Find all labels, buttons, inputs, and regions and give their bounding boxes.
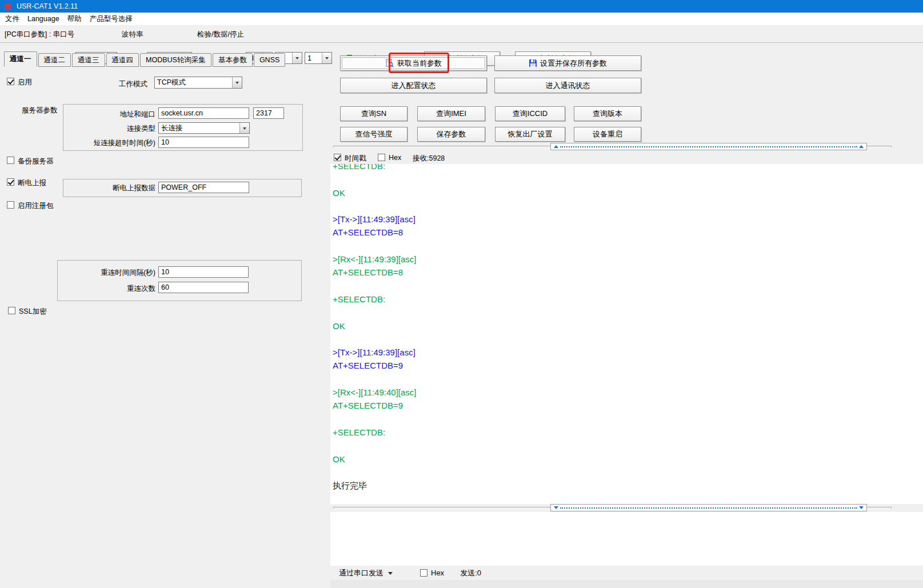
slider-marker-icon xyxy=(554,145,558,148)
log-line: +SELECTDB: xyxy=(333,293,923,306)
register-pack-label[interactable]: 启用注册包 xyxy=(18,201,54,211)
conn-type-label: 连接类型 xyxy=(86,124,155,134)
pc-serial-label: [PC串口参数] : 串口号 xyxy=(5,30,74,39)
log-line: >[Rx<-][11:49:40][asc] xyxy=(333,386,923,399)
conn-type-select[interactable]: 长连接 xyxy=(158,122,250,134)
enable-label[interactable]: 启用 xyxy=(18,78,32,87)
send-hex-checkbox[interactable] xyxy=(420,569,427,577)
slider-marker-icon xyxy=(554,506,558,509)
log-line: +SELECTDB: xyxy=(333,164,923,173)
chevron-down-icon[interactable] xyxy=(239,123,249,133)
log-line: 执行完毕 xyxy=(333,479,923,492)
send-hex-label[interactable]: Hex xyxy=(431,569,444,577)
short-timeout-input[interactable]: 10 xyxy=(158,137,249,148)
stopbits-select[interactable]: 1 xyxy=(305,52,332,64)
work-mode-label: 工作模式 xyxy=(119,79,147,89)
window-bottom-strip xyxy=(330,580,923,588)
log-line: >[Rx<-][11:49:39][asc] xyxy=(333,253,923,266)
short-timeout-label: 短连接超时时间(秒) xyxy=(74,138,155,148)
log-line xyxy=(333,333,923,346)
annotation-highlight-box xyxy=(389,53,449,73)
log-line xyxy=(333,306,923,319)
tab-1[interactable]: 通道一 xyxy=(4,51,37,67)
power-off-report-checkbox[interactable] xyxy=(7,178,14,186)
log-line xyxy=(333,239,923,253)
backup-server-checkbox[interactable] xyxy=(7,157,14,164)
log-line: +SELECTDB: xyxy=(333,426,923,439)
reboot-label: 设备重启 xyxy=(593,129,622,139)
log-line: AT+SELECTDB=8 xyxy=(333,266,923,279)
ssl-checkbox[interactable] xyxy=(8,307,15,314)
chevron-down-icon[interactable] xyxy=(322,53,331,63)
recv-counter: 接收:5928 xyxy=(413,154,445,163)
log-line: AT+SELECTDB=9 xyxy=(333,359,923,372)
tab-2[interactable]: 通道二 xyxy=(38,53,71,67)
server-port-input[interactable]: 2317 xyxy=(253,107,284,119)
query-version-label: 查询版本 xyxy=(593,109,622,119)
query-sn-button[interactable]: 查询SN xyxy=(340,106,407,121)
tab-5[interactable]: MODBUS轮询采集 xyxy=(140,53,211,67)
sent-counter: 发送:0 xyxy=(460,568,481,578)
title-bar: USR-CAT1 V1.2.11 xyxy=(0,0,923,13)
query-version-button[interactable]: 查询版本 xyxy=(574,106,641,121)
reconnect-times-input[interactable]: 60 xyxy=(158,282,249,293)
log-line xyxy=(333,413,923,426)
menu-item[interactable]: 产品型号选择 xyxy=(86,13,137,25)
lower-slider-thumb[interactable] xyxy=(550,504,867,511)
log-line: OK xyxy=(333,186,923,199)
upper-slider-thumb[interactable] xyxy=(550,143,867,150)
parity-label: 检验/数据/停止 xyxy=(197,30,244,39)
slider-marker-icon xyxy=(859,506,864,509)
query-iccid-label: 查询ICCID xyxy=(513,109,548,119)
tab-6[interactable]: 基本参数 xyxy=(213,53,253,67)
query-iccid-button[interactable]: 查询ICCID xyxy=(495,106,565,121)
chevron-down-icon[interactable] xyxy=(388,572,393,577)
send-via-serial-button[interactable]: 通过串口发送 xyxy=(339,568,383,578)
register-pack-checkbox[interactable] xyxy=(7,201,14,209)
tab-7[interactable]: GNSS xyxy=(254,53,285,67)
log-line xyxy=(333,439,923,452)
recv-hex-label[interactable]: Hex xyxy=(389,154,401,162)
log-line xyxy=(333,373,923,386)
ssl-label[interactable]: SSL加密 xyxy=(19,307,47,317)
query-signal-button[interactable]: 查信号强度 xyxy=(340,127,407,142)
menu-item[interactable]: Language xyxy=(23,13,63,25)
log-line: OK xyxy=(333,453,923,466)
reboot-button[interactable]: 设备重启 xyxy=(574,127,641,142)
send-input-area[interactable] xyxy=(330,512,923,566)
query-imei-label: 查询IMEI xyxy=(436,109,466,119)
reconnect-interval-input[interactable]: 10 xyxy=(158,266,249,278)
tab-3[interactable]: 通道三 xyxy=(72,53,105,67)
power-off-report-label[interactable]: 断电上报 xyxy=(18,178,46,188)
reconnect-interval-label: 重连时间间隔(秒) xyxy=(74,268,155,278)
enter-config-button[interactable]: 进入配置状态 xyxy=(340,78,487,93)
menu-item[interactable]: 文件 xyxy=(1,13,23,25)
enable-checkbox[interactable] xyxy=(7,78,14,85)
query-imei-button[interactable]: 查询IMEI xyxy=(417,106,485,121)
power-off-data-label: 断电上报数据 xyxy=(86,183,155,193)
save-icon xyxy=(529,59,537,67)
set-save-params-button[interactable]: 设置并保存所有参数 xyxy=(494,55,641,71)
query-signal-label: 查信号强度 xyxy=(355,129,393,139)
recv-hex-checkbox[interactable] xyxy=(378,154,385,161)
server-address-input[interactable]: socket.usr.cn xyxy=(158,107,249,119)
server-params-label: 服务器参数 xyxy=(22,106,58,115)
save-params-button[interactable]: 保存参数 xyxy=(417,127,485,142)
power-off-data-input[interactable]: POWER_OFF xyxy=(158,182,249,193)
addr-port-label: 地址和端口 xyxy=(86,110,155,119)
timestamp-label[interactable]: 时间戳 xyxy=(345,154,366,163)
menu-item[interactable]: 帮助 xyxy=(63,13,86,25)
factory-reset-label: 恢复出厂设置 xyxy=(508,129,553,139)
timestamp-checkbox[interactable] xyxy=(334,154,341,161)
tab-4[interactable]: 通道四 xyxy=(106,53,139,67)
chevron-down-icon[interactable] xyxy=(292,53,302,63)
log-line: >[Tx->][11:49:39][asc] xyxy=(333,213,923,226)
chevron-down-icon[interactable] xyxy=(232,77,242,88)
enter-comm-button[interactable]: 进入通讯状态 xyxy=(494,78,641,93)
backup-server-label[interactable]: 备份服务器 xyxy=(18,157,54,166)
channel-tabs: 通道一通道二通道三通道四MODBUS轮询采集基本参数GNSS xyxy=(4,51,286,67)
work-mode-select[interactable]: TCP模式 xyxy=(154,77,242,89)
send-toolbar: 通过串口发送 Hex 发送:0 xyxy=(330,566,923,580)
factory-reset-button[interactable]: 恢复出厂设置 xyxy=(495,127,565,142)
receive-log-area[interactable]: +SELECTDB: OK >[Tx->][11:49:39][asc]AT+S… xyxy=(330,164,923,504)
